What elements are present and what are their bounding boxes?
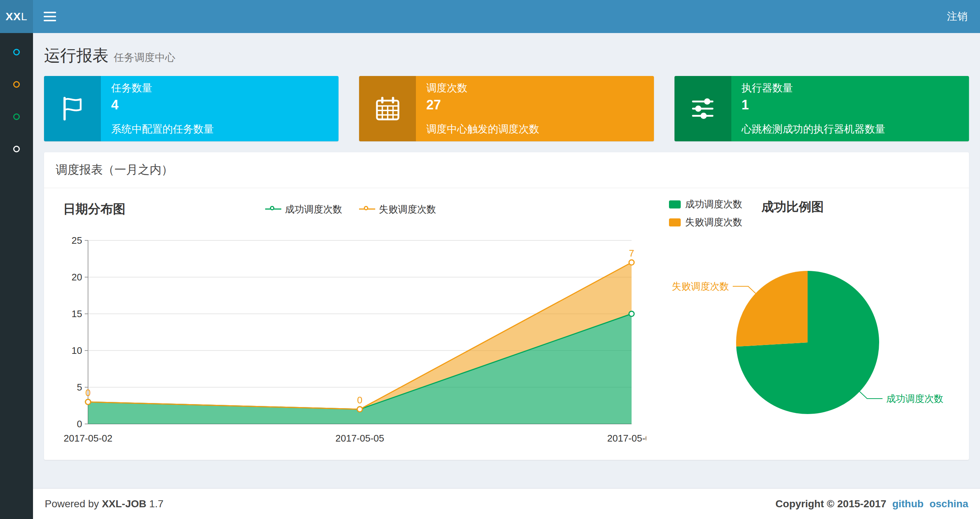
- page-footer: Powered by XXL-JOB 1.7 Copyright © 2015-…: [33, 488, 980, 519]
- line-chart-header: 日期分布图 成功调度次数 失败调度次数: [55, 196, 646, 222]
- info-box-value: 4: [111, 97, 328, 113]
- info-box-content: 调度次数 27 调度中心触发的调度次数: [416, 76, 654, 141]
- info-box-description: 心跳检测成功的执行器机器数量: [741, 122, 959, 136]
- pie-chart-header: 成功调度次数 失败调度次数 成功比例图: [646, 196, 958, 229]
- info-box-label: 任务数量: [111, 81, 328, 95]
- line-marker-icon: [265, 206, 281, 213]
- app-logo-rest: L: [21, 10, 27, 23]
- sidebar-item-1[interactable]: [0, 36, 33, 68]
- report-panel: 调度报表（一月之内） 日期分布图 成功调度次数 失败调度次数: [44, 152, 969, 460]
- date-distribution-chart[interactable]: 05101520252017-05-022017-05-052017-05-08…: [55, 222, 646, 450]
- panel-body: 日期分布图 成功调度次数 失败调度次数 05101520252017-05-02…: [44, 188, 969, 460]
- info-box-value: 1: [741, 97, 959, 113]
- info-box-content: 执行器数量 1 心跳检测成功的执行器机器数量: [731, 76, 969, 141]
- svg-text:失败调度次数: 失败调度次数: [672, 281, 729, 292]
- sliders-icon: [675, 76, 731, 141]
- hamburger-icon: [44, 16, 56, 17]
- page-title-text: 运行报表: [44, 45, 108, 66]
- copyright-text: Copyright © 2015-2017: [775, 498, 886, 510]
- app-logo[interactable]: XXL: [0, 0, 33, 33]
- line-chart-title: 日期分布图: [55, 201, 126, 218]
- info-box-description: 调度中心触发的调度次数: [426, 122, 643, 136]
- info-box-label: 调度次数: [426, 81, 643, 95]
- info-box-label: 执行器数量: [741, 81, 959, 95]
- calendar-icon: [359, 76, 416, 141]
- oschina-link[interactable]: oschina: [929, 498, 968, 510]
- circle-outline-icon: [13, 146, 20, 152]
- content-area: 运行报表 任务调度中心 任务数量 4 系统中配置的任务数量: [33, 33, 980, 488]
- legend-item-success[interactable]: 成功调度次数: [265, 203, 342, 216]
- svg-text:2017-05-08: 2017-05-08: [608, 433, 647, 444]
- line-marker-icon: [359, 206, 375, 213]
- date-distribution-block: 日期分布图 成功调度次数 失败调度次数 05101520252017-05-02…: [55, 196, 646, 450]
- sidebar-item-2[interactable]: [0, 68, 33, 101]
- info-box-content: 任务数量 4 系统中配置的任务数量: [101, 76, 339, 141]
- svg-text:10: 10: [72, 345, 82, 356]
- swatch-icon: [669, 200, 681, 209]
- circle-outline-icon: [13, 81, 20, 88]
- svg-text:25: 25: [72, 235, 82, 246]
- info-box-row: 任务数量 4 系统中配置的任务数量 调度次数 27 调度中心触发的调度次数: [33, 76, 980, 141]
- svg-text:0: 0: [357, 394, 363, 406]
- sidebar-item-4[interactable]: [0, 133, 33, 165]
- powered-by: Powered by XXL-JOB 1.7: [45, 498, 164, 510]
- navbar-main: 注销: [33, 0, 980, 33]
- legend-label: 成功调度次数: [685, 198, 742, 211]
- svg-text:0: 0: [77, 418, 82, 430]
- svg-text:成功调度次数: 成功调度次数: [886, 393, 943, 404]
- svg-text:2017-05-05: 2017-05-05: [336, 433, 384, 444]
- github-link[interactable]: github: [892, 498, 924, 510]
- svg-text:0: 0: [86, 387, 91, 398]
- hamburger-icon: [44, 12, 56, 13]
- line-chart-legend: 成功调度次数 失败调度次数: [265, 203, 436, 216]
- svg-text:7: 7: [629, 248, 634, 259]
- info-box-triggers: 调度次数 27 调度中心触发的调度次数: [359, 76, 654, 141]
- legend-label: 失败调度次数: [685, 216, 742, 229]
- svg-text:5: 5: [77, 382, 82, 393]
- powered-prefix: Powered by: [45, 498, 99, 509]
- svg-text:15: 15: [72, 308, 82, 319]
- legend-label: 成功调度次数: [285, 203, 342, 216]
- top-navbar: XXL 注销: [0, 0, 980, 33]
- legend-item-fail[interactable]: 失败调度次数: [359, 203, 436, 216]
- legend-label: 失败调度次数: [379, 203, 436, 216]
- product-name: XXL-JOB: [102, 498, 146, 509]
- circle-outline-icon: [13, 113, 20, 120]
- hamburger-icon: [44, 20, 56, 21]
- pie-chart-title: 成功比例图: [761, 198, 824, 216]
- legend-item-fail[interactable]: 失败调度次数: [669, 216, 742, 229]
- info-box-value: 27: [426, 97, 643, 113]
- legend-item-success[interactable]: 成功调度次数: [669, 198, 742, 211]
- svg-text:2017-05-02: 2017-05-02: [64, 433, 113, 444]
- product-version: 1.7: [149, 498, 164, 509]
- logout-link[interactable]: 注销: [934, 0, 980, 33]
- pie-chart-legend: 成功调度次数 失败调度次数: [669, 198, 742, 229]
- info-box-description: 系统中配置的任务数量: [111, 122, 328, 136]
- sidebar-toggle-button[interactable]: [33, 0, 67, 33]
- sidebar: [0, 33, 33, 519]
- app-logo-bold: XX: [5, 10, 21, 23]
- swatch-icon: [669, 219, 681, 227]
- circle-outline-icon: [13, 49, 20, 56]
- panel-title: 调度报表（一月之内）: [44, 152, 969, 188]
- footer-right: Copyright © 2015-2017 github oschina: [775, 498, 968, 510]
- svg-text:20: 20: [72, 271, 82, 283]
- page-title: 运行报表 任务调度中心: [44, 45, 969, 66]
- success-ratio-block: 成功调度次数 失败调度次数 成功比例图 成功调度次数失败调度次数: [646, 196, 958, 450]
- info-box-jobs: 任务数量 4 系统中配置的任务数量: [44, 76, 339, 141]
- sidebar-item-3[interactable]: [0, 101, 33, 133]
- page-subtitle: 任务调度中心: [114, 51, 175, 65]
- info-box-executors: 执行器数量 1 心跳检测成功的执行器机器数量: [675, 76, 969, 141]
- content-header: 运行报表 任务调度中心: [33, 33, 980, 76]
- success-ratio-pie-chart[interactable]: 成功调度次数失败调度次数: [646, 229, 958, 449]
- flag-icon: [44, 76, 101, 141]
